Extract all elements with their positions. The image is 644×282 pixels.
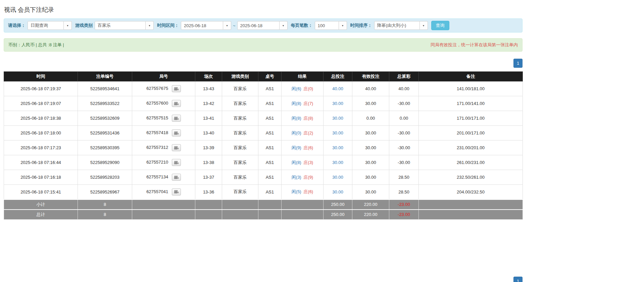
cell-valid-bet: 30.00: [352, 96, 389, 111]
total-label: 总计: [4, 210, 78, 220]
total-bet-link[interactable]: 30.00: [332, 189, 343, 194]
game-type-caret-icon[interactable]: ▾: [146, 21, 154, 30]
cell-table-no: AS1: [258, 111, 282, 126]
page-1-button-bottom[interactable]: 1: [513, 277, 523, 282]
date-to-caret-icon[interactable]: ▾: [280, 21, 288, 30]
search-button[interactable]: 查询: [431, 21, 449, 30]
result-banker-text: 庄(6): [303, 189, 313, 194]
cell-bet-no: 522589534641: [78, 81, 132, 96]
cell-total-bet: 30.00: [324, 155, 352, 170]
header-table-no: 桌号: [258, 72, 282, 81]
header-result: 结果: [282, 72, 324, 81]
video-camera-icon: [174, 175, 179, 179]
total-bet-link[interactable]: 30.00: [332, 175, 343, 180]
video-replay-button[interactable]: [172, 144, 181, 151]
header-game-type: 游戏类别: [222, 72, 258, 81]
cell-result: 闲(6) 庄(0): [282, 81, 324, 96]
filter-bar: 请选择： ▾ 游戏类别 ▾ 时间区间： ▾ ~ ▾ 每页笔数： ▾ 时间排序： …: [4, 18, 523, 33]
cell-round-no: 627557515: [132, 111, 195, 126]
cell-valid-bet: 30.00: [352, 140, 389, 155]
total-bet-link[interactable]: 30.00: [332, 101, 343, 106]
video-replay-button[interactable]: [172, 129, 181, 136]
total-total-bet: 250.00: [324, 210, 352, 220]
total-empty-cell: [419, 210, 523, 220]
result-player-text: 闲(0): [292, 130, 301, 135]
round-no-text: 627557134: [146, 174, 168, 179]
grand-total-row: 总计 8 250.00 220.00 -23.00: [4, 210, 523, 220]
sort-order-caret-icon[interactable]: ▾: [420, 21, 428, 30]
subtotal-label: 小计: [4, 200, 78, 210]
cell-bet-no: 522589532609: [78, 111, 132, 126]
video-replay-button[interactable]: [172, 188, 181, 195]
cell-round-no: 627557312: [132, 140, 195, 155]
page-size-input[interactable]: [315, 21, 339, 30]
cell-session: 13-39: [195, 140, 222, 155]
subtotal-valid-bet: 220.00: [352, 200, 389, 210]
video-replay-button[interactable]: [172, 100, 181, 107]
cell-game-type: 百家乐: [222, 126, 258, 140]
cell-time: 2025-06-18 07:17:23: [4, 140, 78, 155]
total-empty-cell: [222, 210, 258, 220]
cell-valid-bet: 30.00: [352, 170, 389, 185]
total-empty-cell: [132, 210, 195, 220]
table-row: 2025-06-18 07:19:07 522589533522 6275576…: [4, 96, 523, 111]
date-from-caret-icon[interactable]: ▾: [223, 21, 231, 30]
cell-result: 闲(8) 庄(3): [282, 155, 324, 170]
page-size-caret-icon[interactable]: ▾: [339, 21, 347, 30]
query-type-caret-icon[interactable]: ▾: [64, 21, 72, 30]
page-title: 视讯 会员下注纪录: [4, 0, 523, 18]
header-bet-no: 注单编号: [78, 72, 132, 81]
query-type-input[interactable]: [28, 21, 64, 30]
header-note: 备注: [419, 72, 523, 81]
date-to-input[interactable]: [237, 21, 280, 30]
time-range-label: 时间区间：: [157, 22, 179, 29]
cell-bet-no: 522589533522: [78, 96, 132, 111]
total-bet-link[interactable]: 30.00: [332, 160, 343, 165]
result-player-text: 闲(8): [292, 160, 301, 165]
total-bet-link[interactable]: 30.00: [332, 116, 343, 121]
result-player-text: 闲(9): [292, 145, 301, 150]
cell-valid-bet: 30.00: [352, 126, 389, 140]
header-valid-bet: 有效投注: [352, 72, 389, 81]
header-session: 场次: [195, 72, 222, 81]
page-1-button[interactable]: 1: [513, 59, 523, 68]
video-replay-button[interactable]: [172, 85, 181, 92]
cell-round-no: 627557041: [132, 185, 195, 200]
cell-result: 闲(9) 庄(6): [282, 140, 324, 155]
result-banker-text: 庄(8): [303, 116, 313, 121]
total-bet-link[interactable]: 40.00: [332, 86, 343, 91]
total-count: 8: [78, 210, 132, 220]
subtotal-empty-cell: [195, 200, 222, 210]
sort-order-input[interactable]: [374, 21, 420, 30]
round-no-text: 627557210: [146, 160, 168, 165]
pagination-top: 1: [4, 59, 523, 68]
cell-result: 闲(8) 庄(7): [282, 96, 324, 111]
cell-session: 13-41: [195, 111, 222, 126]
cell-table-no: AS1: [258, 126, 282, 140]
video-replay-button[interactable]: [172, 174, 181, 181]
cell-payout: 0.00: [389, 111, 419, 126]
cell-session: 13-38: [195, 155, 222, 170]
cell-total-bet: 30.00: [324, 111, 352, 126]
cell-valid-bet: 30.00: [352, 185, 389, 200]
total-empty-cell: [195, 210, 222, 220]
cell-note: 141.00/181.00: [419, 81, 523, 96]
video-replay-button[interactable]: [172, 115, 181, 122]
total-bet-link[interactable]: 30.00: [332, 130, 343, 135]
cell-total-bet: 30.00: [324, 126, 352, 140]
pagination-bottom: 1: [4, 277, 523, 282]
page-size-label: 每页笔数：: [291, 22, 313, 29]
table-row: 2025-06-18 07:18:38 522589532609 6275575…: [4, 111, 523, 126]
result-player-text: 闲(3): [292, 175, 301, 180]
date-from-input[interactable]: [181, 21, 223, 30]
bet-records-table: 时间 注单编号 局号 场次 游戏类别 桌号 结果 总投注 有效投注 总派彩 备注…: [4, 71, 523, 220]
game-type-label: 游戏类别: [75, 22, 93, 29]
date-to-picker: ▾: [237, 21, 288, 30]
video-replay-button[interactable]: [172, 159, 181, 166]
cell-payout: -30.00: [389, 155, 419, 170]
result-banker-text: 庄(9): [303, 175, 313, 180]
round-no-text: 627557600: [146, 101, 168, 106]
total-bet-link[interactable]: 30.00: [332, 145, 343, 150]
game-type-input[interactable]: [95, 21, 146, 30]
page-size-combobox: ▾: [315, 21, 347, 30]
